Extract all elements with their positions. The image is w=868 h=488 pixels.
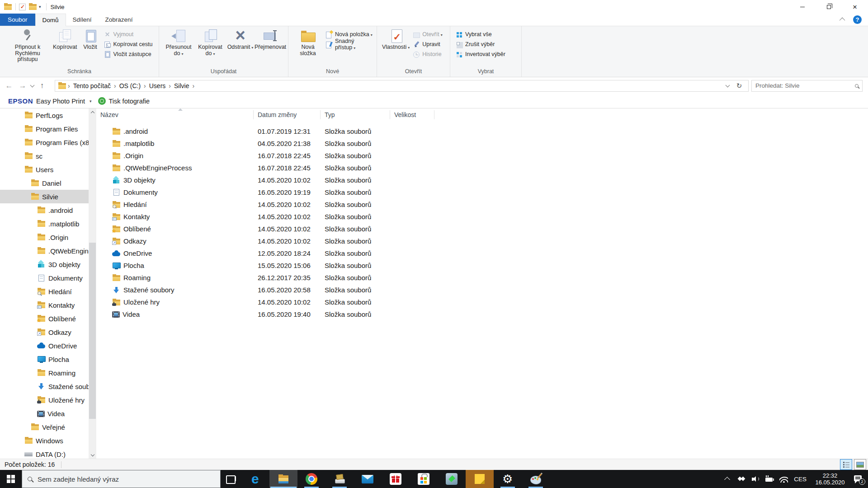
- back-button[interactable]: ←: [4, 81, 14, 90]
- sidebar-item-dokumenty[interactable]: Dokumenty: [0, 271, 89, 285]
- tab-domů[interactable]: Domů: [35, 14, 66, 26]
- ribbon-button-snadný-přístup[interactable]: Snadný přístup▾: [324, 39, 375, 49]
- sidebar-item-origin[interactable]: .Origin: [0, 230, 89, 244]
- file-row-kontakty[interactable]: Kontakty14.05.2020 10:02Složka souborů: [96, 211, 868, 223]
- epson-product[interactable]: Easy Photo Print: [36, 98, 85, 105]
- file-row-oblíbené[interactable]: ★Oblíbené14.05.2020 10:02Složka souborů: [96, 223, 868, 235]
- ribbon-button-vlastnosti[interactable]: Vlastnosti▾: [381, 27, 411, 52]
- scroll-down-icon[interactable]: [89, 451, 96, 459]
- quick-access-new-folder-icon[interactable]: [28, 3, 37, 10]
- file-row-origin[interactable]: .Origin16.07.2018 22:45Složka souborů: [96, 150, 868, 162]
- file-row-roaming[interactable]: Roaming26.12.2017 20:35Složka souborů: [96, 272, 868, 284]
- file-row-dokumenty[interactable]: Dokumenty16.05.2020 19:19Složka souborů: [96, 186, 868, 198]
- start-button[interactable]: [0, 470, 22, 488]
- ribbon-button-přesunout-do[interactable]: Přesunout do▾: [163, 27, 194, 58]
- sidebar-scrollbar[interactable]: [89, 108, 96, 459]
- ribbon-button-vybrat-vše[interactable]: Vybrat vše: [454, 29, 507, 39]
- collapse-ribbon-icon[interactable]: [840, 18, 845, 23]
- sidebar-item-veřejné[interactable]: Veřejné: [0, 420, 89, 434]
- taskbar-app-gift-app[interactable]: [382, 470, 410, 488]
- minimize-button[interactable]: [789, 0, 816, 14]
- column-header-velikost[interactable]: Velikost: [390, 110, 434, 119]
- scroll-up-icon[interactable]: [89, 108, 96, 116]
- file-row-videa[interactable]: Videa16.05.2020 19:40Složka souborů: [96, 308, 868, 320]
- search-box[interactable]: Prohledat: Silvie: [751, 80, 863, 92]
- sidebar-item-program-files[interactable]: Program Files: [0, 122, 89, 136]
- wifi-icon[interactable]: [779, 475, 788, 483]
- ribbon-button-otevřít[interactable]: Otevřít▾: [411, 29, 444, 39]
- thumbnails-view-button[interactable]: [854, 459, 866, 470]
- sidebar-item-stažené-soubory[interactable]: Stažené soubory: [0, 380, 89, 393]
- close-button[interactable]: ×: [842, 0, 868, 14]
- column-header-datum-změny[interactable]: Datum změny: [254, 110, 321, 119]
- taskbar-app-utility-app[interactable]: [326, 470, 354, 488]
- sidebar-item-users[interactable]: Users: [0, 163, 89, 176]
- ribbon-button-historie[interactable]: Historie: [411, 49, 444, 59]
- ribbon-button-nová-složka[interactable]: Nová složka: [292, 27, 324, 57]
- file-row-3d-objekty[interactable]: 3D objekty14.05.2020 10:02Složka souborů: [96, 174, 868, 186]
- taskbar-app-microsoft-store[interactable]: [410, 470, 438, 488]
- sidebar-item-daniel[interactable]: Daniel: [0, 176, 89, 190]
- task-view-button[interactable]: [221, 470, 241, 488]
- ribbon-button-vyjmout[interactable]: Vyjmout: [102, 29, 155, 39]
- taskbar-app-sticky-notes[interactable]: [466, 470, 494, 488]
- taskbar-app-edge[interactable]: [241, 470, 269, 488]
- sidebar-item-android[interactable]: .android: [0, 203, 89, 217]
- file-row-onedrive[interactable]: OneDrive12.05.2020 18:24Složka souborů: [96, 247, 868, 259]
- taskbar-app-paint[interactable]: [522, 470, 550, 488]
- sidebar-item-hledání[interactable]: Hledání: [0, 285, 89, 298]
- quick-access-properties-icon[interactable]: [19, 4, 26, 10]
- taskbar-app-mail[interactable]: [354, 470, 382, 488]
- sidebar-item-videa[interactable]: Videa: [0, 407, 89, 420]
- breadcrumb-item-os-c[interactable]: OS (C:): [118, 82, 142, 89]
- restore-button[interactable]: [816, 0, 842, 14]
- ribbon-button-vložit-zástupce[interactable]: Vložit zástupce: [102, 49, 155, 59]
- file-row-plocha[interactable]: Plocha15.05.2020 15:06Složka souborů: [96, 259, 868, 272]
- sidebar-item-sc[interactable]: sc: [0, 149, 89, 163]
- sidebar-item-perflogs[interactable]: PerfLogs: [0, 108, 89, 122]
- column-header-typ[interactable]: Typ: [321, 110, 390, 119]
- sidebar-item-program-files-x86[interactable]: Program Files (x86): [0, 136, 89, 149]
- ribbon-button-připnout-k-rychlému-přístupu[interactable]: Připnout k Rychlému přístupu: [4, 27, 52, 64]
- file-row-qtwebengineprocess[interactable]: .QtWebEngineProcess16.07.2018 22:45Složk…: [96, 162, 868, 174]
- sidebar-item-matplotlib[interactable]: .matplotlib: [0, 217, 89, 230]
- taskbar-app-settings[interactable]: [494, 470, 522, 488]
- file-row-odkazy[interactable]: ↗Odkazy14.05.2020 10:02Složka souborů: [96, 235, 868, 247]
- ribbon-button-vložit[interactable]: Vložit: [79, 27, 102, 52]
- column-header-název[interactable]: Název: [96, 110, 254, 119]
- breadcrumb-item-users[interactable]: Users: [147, 82, 168, 89]
- sidebar-item-odkazy[interactable]: ↗Odkazy: [0, 325, 89, 339]
- taskbar-app-sims[interactable]: [438, 470, 466, 488]
- sidebar-item-uložené-hry[interactable]: Uložené hry: [0, 393, 89, 407]
- tray-overflow-chevron-icon[interactable]: [723, 475, 731, 483]
- breadcrumb[interactable]: ›Tento počítač›OS (C:)›Users›Silvie› ↻: [55, 80, 749, 92]
- file-row-matplotlib[interactable]: .matplotlib04.05.2020 21:38Složka soubor…: [96, 137, 868, 150]
- file-row-uložené-hry[interactable]: Uložené hry14.05.2020 10:02Složka soubor…: [96, 296, 868, 308]
- battery-icon[interactable]: [765, 475, 774, 483]
- ribbon-button-zrušit-výběr[interactable]: Zrušit výběr: [454, 39, 507, 49]
- dropbox-icon[interactable]: [737, 475, 745, 483]
- scrollbar-thumb[interactable]: [89, 243, 96, 419]
- ribbon-button-kopírovat-do[interactable]: Kopírovat do▾: [194, 27, 226, 58]
- details-view-button[interactable]: [840, 459, 852, 470]
- sidebar-item-3d-objekty[interactable]: 3D objekty: [0, 258, 89, 271]
- recent-locations-chevron[interactable]: [30, 83, 35, 87]
- forward-button[interactable]: →: [17, 81, 28, 90]
- print-photo-icon[interactable]: [98, 97, 106, 105]
- taskbar-search[interactable]: Sem zadejte hledaný výraz: [22, 470, 221, 488]
- tab-zobrazení[interactable]: Zobrazení: [99, 14, 140, 26]
- sidebar-item-qtwebengineprocess[interactable]: .QtWebEngineProcess: [0, 244, 89, 258]
- ribbon-button-kopírovat-cestu[interactable]: Kopírovat cestu: [102, 39, 155, 49]
- tab-sdílení[interactable]: Sdílení: [66, 14, 99, 26]
- ribbon-button-přejmenovat[interactable]: Přejmenovat: [255, 27, 286, 52]
- file-row-stažené-soubory[interactable]: Stažené soubory16.05.2020 20:58Složka so…: [96, 284, 868, 296]
- help-button[interactable]: ?: [853, 15, 862, 24]
- sidebar-item-plocha[interactable]: Plocha: [0, 352, 89, 366]
- clock[interactable]: 22:32 16.05.2020: [812, 472, 848, 486]
- ribbon-button-odstranit[interactable]: Odstranit▾: [226, 27, 255, 52]
- address-dropdown-chevron[interactable]: [726, 83, 730, 87]
- volume-icon[interactable]: [751, 475, 760, 483]
- ribbon-button-upravit[interactable]: Upravit: [411, 39, 444, 49]
- ribbon-button-invertovat-výběr[interactable]: Invertovat výběr: [454, 49, 507, 59]
- epson-dropdown-caret[interactable]: ▾: [90, 99, 92, 103]
